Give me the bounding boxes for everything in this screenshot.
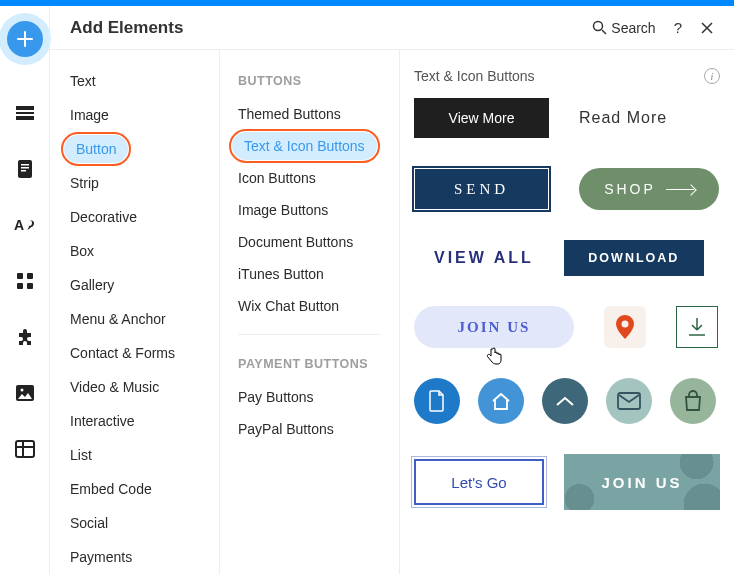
preview-section-header: Text & Icon Buttons i: [414, 64, 720, 98]
svg-rect-10: [17, 283, 23, 289]
cat-social[interactable]: Social: [50, 506, 219, 540]
svg-rect-2: [16, 116, 34, 120]
sample-lets-go[interactable]: Let's Go: [414, 459, 544, 505]
design-icon[interactable]: A: [13, 213, 37, 237]
category-list: Text Image Button Strip Decorative Box G…: [50, 50, 220, 574]
cat-text[interactable]: Text: [50, 64, 219, 98]
close-icon: [700, 21, 714, 35]
media-icon[interactable]: [13, 381, 37, 405]
sample-grid: View More Read More SEND SHOP VIEW ALL D…: [414, 98, 720, 510]
data-icon[interactable]: [13, 437, 37, 461]
svg-line-18: [602, 30, 606, 34]
cursor-hand-icon: [485, 346, 503, 366]
cat-payments[interactable]: Payments: [50, 540, 219, 574]
cat-embed-code[interactable]: Embed Code: [50, 472, 219, 506]
sample-download-icon-btn[interactable]: [676, 306, 718, 348]
preview-section-title: Text & Icon Buttons: [414, 68, 535, 84]
sample-download[interactable]: DOWNLOAD: [564, 240, 704, 276]
svg-rect-11: [27, 283, 33, 289]
cat-video-music[interactable]: Video & Music: [50, 370, 219, 404]
sub-document-buttons[interactable]: Document Buttons: [220, 226, 399, 258]
search-label: Search: [611, 20, 655, 36]
svg-rect-0: [16, 106, 34, 110]
sample-home-icon-btn[interactable]: [478, 378, 524, 424]
preview-pane: Text & Icon Buttons i View More Read Mor…: [400, 50, 734, 574]
panel-columns: Text Image Button Strip Decorative Box G…: [50, 50, 734, 574]
page-icon: [427, 390, 447, 412]
cat-menu-anchor[interactable]: Menu & Anchor: [50, 302, 219, 336]
bag-icon: [683, 390, 703, 412]
page-icon[interactable]: [13, 157, 37, 181]
svg-rect-6: [21, 170, 26, 172]
help-button[interactable]: ?: [674, 19, 682, 36]
svg-rect-4: [21, 164, 29, 166]
home-icon: [490, 391, 512, 411]
sample-join-us[interactable]: JOIN US: [414, 306, 574, 348]
sample-mail-icon-btn[interactable]: [606, 378, 652, 424]
left-icon-rail: A: [0, 6, 49, 574]
svg-point-17: [594, 22, 603, 31]
sample-row-3: VIEW ALL DOWNLOAD: [414, 240, 720, 276]
chevron-up-icon: [555, 395, 575, 407]
sub-text-icon-buttons[interactable]: Text & Icon Buttons: [232, 132, 377, 160]
sample-view-more[interactable]: View More: [414, 98, 549, 138]
app-root: A Add Elements Search ?: [0, 6, 734, 574]
sub-wixchat-button[interactable]: Wix Chat Button: [220, 290, 399, 322]
sub-icon-buttons[interactable]: Icon Buttons: [220, 162, 399, 194]
svg-rect-1: [16, 112, 34, 114]
sub-themed-buttons[interactable]: Themed Buttons: [220, 98, 399, 130]
cat-contact-forms[interactable]: Contact & Forms: [50, 336, 219, 370]
plugin-icon[interactable]: [13, 325, 37, 349]
svg-rect-8: [17, 273, 23, 279]
sub-itunes-button[interactable]: iTunes Button: [220, 258, 399, 290]
cat-list[interactable]: List: [50, 438, 219, 472]
apps-icon[interactable]: [13, 269, 37, 293]
cat-decorative[interactable]: Decorative: [50, 200, 219, 234]
sample-read-more[interactable]: Read More: [579, 109, 667, 127]
cat-box[interactable]: Box: [50, 234, 219, 268]
svg-text:A: A: [14, 217, 24, 233]
svg-rect-14: [16, 441, 34, 457]
sample-shop[interactable]: SHOP: [579, 168, 719, 210]
cat-image[interactable]: Image: [50, 98, 219, 132]
sub-paypal-buttons[interactable]: PayPal Buttons: [220, 413, 399, 445]
svg-rect-5: [21, 167, 29, 169]
sub-image-buttons[interactable]: Image Buttons: [220, 194, 399, 226]
sample-join-us-2[interactable]: JOIN US: [564, 454, 720, 510]
sample-page-icon-btn[interactable]: [414, 378, 460, 424]
svg-rect-3: [18, 160, 32, 178]
divider: [238, 334, 381, 335]
sample-row-2: SEND SHOP: [414, 168, 720, 210]
section-icon[interactable]: [13, 101, 37, 125]
mail-icon: [617, 392, 641, 410]
sample-row-6: Let's Go JOIN US: [414, 454, 720, 510]
download-icon: [687, 316, 707, 338]
sub-pay-buttons[interactable]: Pay Buttons: [220, 381, 399, 413]
add-element-button[interactable]: [7, 21, 43, 57]
svg-point-19: [622, 321, 629, 328]
sample-send[interactable]: SEND: [414, 168, 549, 210]
sub-heading-payment: PAYMENT BUTTONS: [220, 347, 399, 381]
arrow-right-icon: [666, 189, 694, 190]
info-icon[interactable]: i: [704, 68, 720, 84]
sample-row-5: [414, 378, 720, 424]
cat-button[interactable]: Button: [64, 135, 128, 163]
cat-strip[interactable]: Strip: [50, 166, 219, 200]
close-button[interactable]: [700, 21, 714, 35]
sample-view-all[interactable]: VIEW ALL: [434, 249, 534, 267]
search-icon: [592, 20, 607, 35]
subcategory-list: BUTTONS Themed Buttons Text & Icon Butto…: [220, 50, 400, 574]
panel-header: Add Elements Search ?: [50, 6, 734, 50]
sample-row-4: JOIN US: [414, 306, 720, 348]
cat-interactive[interactable]: Interactive: [50, 404, 219, 438]
sample-up-icon-btn[interactable]: [542, 378, 588, 424]
sample-row-1: View More Read More: [414, 98, 720, 138]
header-actions: Search ?: [592, 19, 714, 36]
sample-pin[interactable]: [604, 306, 646, 348]
sample-bag-icon-btn[interactable]: [670, 378, 716, 424]
cat-gallery[interactable]: Gallery: [50, 268, 219, 302]
search-button[interactable]: Search: [592, 20, 655, 36]
pin-icon: [615, 315, 635, 339]
svg-rect-9: [27, 273, 33, 279]
add-elements-panel: Add Elements Search ? Text Image Button …: [49, 6, 734, 574]
